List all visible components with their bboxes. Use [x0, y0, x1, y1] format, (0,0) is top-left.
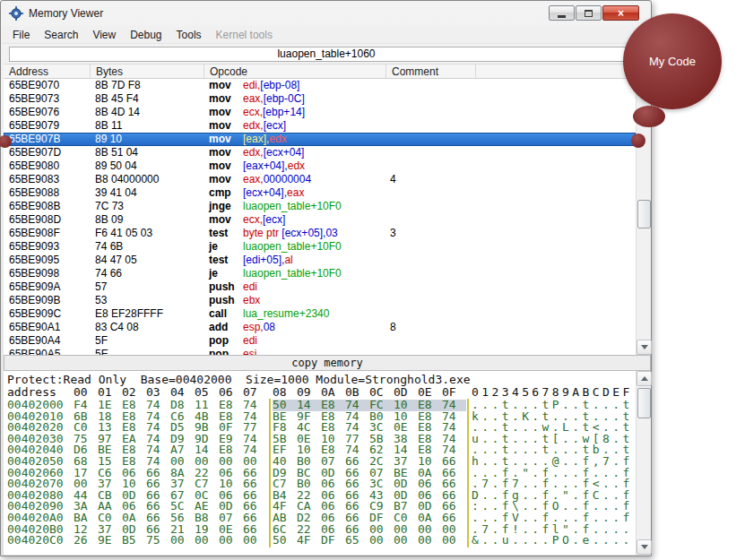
- disasm-row[interactable]: 65BE909B53pushebx: [4, 294, 636, 307]
- hex-byte[interactable]: 00: [369, 535, 394, 547]
- disasm-row[interactable]: 65BE909584 47 05test[edi+05],al: [4, 254, 636, 267]
- hex-byte[interactable]: 00: [418, 535, 442, 547]
- window-title: Memory Viewer: [29, 7, 103, 20]
- instruction-opcode: movecx,[ebp+14]: [209, 106, 305, 119]
- minimize-button[interactable]: [549, 5, 575, 21]
- operand: [ecx+05],: [282, 227, 325, 239]
- instruction-address: 65BE908F: [9, 227, 60, 240]
- instruction-address: 65BE908B: [9, 200, 60, 213]
- menu-tools[interactable]: Tools: [169, 26, 209, 44]
- disasm-row[interactable]: 65BE908B7C 73jngeluaopen_table+10F0: [4, 200, 636, 213]
- disasm-row[interactable]: 65BE908FF6 41 05 03testbyte ptr [ecx+05]…: [4, 227, 636, 240]
- mnemonic: call: [209, 307, 243, 321]
- disasm-row[interactable]: 65BE908089 50 04mov[eax+04],edx: [4, 159, 636, 173]
- maximize-button[interactable]: [576, 5, 602, 21]
- hex-byte[interactable]: 50: [273, 535, 297, 547]
- hex-byte[interactable]: 4F: [297, 535, 321, 547]
- disassembly-scrollbar-thumb[interactable]: [637, 200, 651, 228]
- operand: edi: [243, 334, 257, 347]
- menu-search[interactable]: Search: [37, 26, 85, 44]
- mnemonic: pop: [209, 334, 243, 348]
- instruction-bytes: 53: [95, 294, 107, 307]
- disasm-row[interactable]: 65BE909874 66jeluaopen_table+10F0: [4, 267, 636, 280]
- address-display[interactable]: luaopen_table+1060: [9, 47, 644, 62]
- hex-byte[interactable]: 00: [195, 535, 219, 547]
- operand: eax,: [243, 173, 264, 185]
- disasm-row[interactable]: 65BE90738B 45 F4moveax,[ebp-0C]: [4, 92, 636, 106]
- disasm-row[interactable]: 65BE907B89 10mov[eax],edx: [4, 133, 636, 146]
- hex-header-byte: 0E: [418, 386, 442, 399]
- column-address[interactable]: Address: [4, 65, 91, 78]
- disasm-row[interactable]: 65BE908839 41 04cmp[ecx+04],eax: [4, 186, 636, 200]
- annotation-bubble-trail-1: [633, 106, 665, 127]
- disasm-row[interactable]: 65BE909A57pushedi: [4, 280, 636, 294]
- hex-byte[interactable]: 26: [74, 535, 98, 547]
- column-opcode[interactable]: Opcode: [204, 65, 386, 78]
- hex-header-byte: 06: [219, 386, 243, 399]
- annotation-bubble-trail-2: [631, 134, 645, 148]
- disasm-row[interactable]: 65BE908D8B 09movecx,[ecx]: [4, 213, 636, 227]
- titlebar[interactable]: Memory Viewer ×: [1, 1, 651, 25]
- disasm-row[interactable]: 65BE90708B 7D F8movedi,[ebp-08]: [4, 79, 636, 92]
- hex-header-byte: 0C: [369, 386, 394, 399]
- hex-scroll-up-button[interactable]: [637, 371, 652, 386]
- hex-byte[interactable]: 00: [442, 535, 466, 547]
- operand: [ecx]: [263, 213, 285, 226]
- hex-row[interactable]: 004020C0269EB57500000000504FDF6500000000…: [7, 535, 636, 547]
- hex-byte[interactable]: B5: [122, 535, 146, 547]
- mnemonic: mov: [209, 92, 243, 106]
- operand: [ebp+14]: [263, 106, 305, 118]
- instruction-opcode: popesi: [209, 348, 256, 355]
- instruction-bytes: B8 04000000: [95, 173, 159, 186]
- hex-byte[interactable]: 00: [243, 535, 267, 547]
- hex-ascii: &..u....PO.e....: [472, 533, 633, 547]
- disasm-row[interactable]: 65BE90768B 4D 14movecx,[ebp+14]: [4, 106, 636, 119]
- operand: luaopen_table+10F0: [243, 267, 342, 280]
- hex-header-byte: 02: [122, 386, 146, 399]
- hex-header-byte: 08: [273, 386, 297, 399]
- disasm-row[interactable]: 65BE907D8B 51 04movedx,[ecx+04]: [4, 146, 636, 159]
- instruction-address: 65BE909B: [9, 294, 60, 307]
- hex-header-byte: 05: [195, 386, 219, 399]
- copy-memory-button[interactable]: copy memory: [4, 355, 651, 371]
- mnemonic: mov: [209, 133, 243, 146]
- hex-scroll-down-button[interactable]: [637, 539, 652, 555]
- mnemonic: mov: [209, 79, 243, 92]
- column-bytes[interactable]: Bytes: [91, 65, 204, 78]
- menu-file[interactable]: File: [5, 26, 37, 44]
- hex-byte[interactable]: 9E: [98, 535, 122, 547]
- disasm-row[interactable]: 65BE909374 6Bjeluaopen_table+10F0: [4, 240, 636, 254]
- hex-byte[interactable]: DF: [321, 535, 345, 547]
- hex-header-ascii: 0123456789ABCDEF: [472, 385, 633, 399]
- disasm-row[interactable]: 65BE90A45Fpopedi: [4, 334, 636, 348]
- instruction-bytes: 8B 51 04: [95, 146, 138, 159]
- hex-scrollbar[interactable]: [636, 371, 651, 555]
- hex-byte[interactable]: 00: [170, 535, 195, 547]
- mnemonic: je: [209, 267, 243, 280]
- menu-debug[interactable]: Debug: [123, 26, 169, 44]
- operand: edx,: [243, 119, 264, 132]
- hex-byte[interactable]: 00: [394, 535, 418, 547]
- hex-byte[interactable]: 75: [146, 535, 170, 547]
- close-button[interactable]: ×: [602, 5, 639, 21]
- disasm-row[interactable]: 65BE90A55Epopesi: [4, 348, 636, 355]
- hex-byte[interactable]: 00: [219, 535, 243, 547]
- close-icon: ×: [618, 7, 624, 20]
- scroll-down-button[interactable]: [637, 340, 652, 355]
- operand: [ecx+04],: [243, 186, 287, 199]
- menu-view[interactable]: View: [85, 26, 123, 44]
- operand: [eax+04],: [243, 159, 288, 172]
- instruction-bytes: 8B 7D F8: [95, 79, 141, 92]
- disasm-row[interactable]: 65BE90A183 C4 08addesp,088: [4, 321, 636, 334]
- instruction-bytes: 5F: [95, 334, 108, 348]
- disasm-row[interactable]: 65BE90798B 11movedx,[ecx]: [4, 119, 636, 133]
- disasm-row[interactable]: 65BE9083B8 04000000moveax,000000044: [4, 173, 636, 186]
- operand: esp,: [243, 321, 264, 333]
- hex-scrollbar-thumb[interactable]: [637, 388, 651, 418]
- hex-byte[interactable]: 65: [345, 535, 369, 547]
- instruction-address: 65BE907B: [9, 133, 60, 146]
- hex-header-byte: 04: [170, 386, 195, 399]
- operand: ecx,: [243, 213, 263, 226]
- disasm-row[interactable]: 65BE909CE8 EF28FFFFcalllua_resume+2340: [4, 307, 636, 321]
- column-comment[interactable]: Comment: [386, 65, 476, 78]
